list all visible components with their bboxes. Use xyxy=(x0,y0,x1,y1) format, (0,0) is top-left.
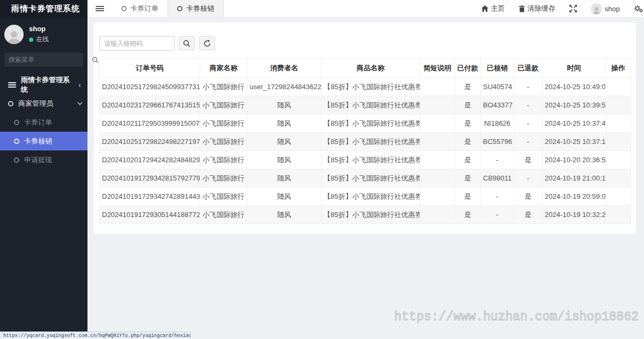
sidebar-item-withdraw[interactable]: 申请提现 xyxy=(0,150,87,169)
refresh-button[interactable] xyxy=(199,36,215,51)
table-header-cell: 简短说明 xyxy=(420,59,455,78)
table-cell: 小飞国际旅行 xyxy=(200,206,247,224)
avatar xyxy=(4,25,24,44)
hamburger-menu-button[interactable] xyxy=(87,0,112,17)
table-cell: D202410251729824509937731 xyxy=(100,78,200,96)
table-cell: 【85折】小飞国际旅行社优惠券 xyxy=(321,151,420,169)
table-cell: NI18626 xyxy=(481,114,514,133)
table-cell: 【85折】小飞国际旅行社优惠券 xyxy=(321,96,420,114)
sidebar-item-system[interactable]: 雨情卡券管理系统 ‹ xyxy=(0,75,87,94)
online-status-label: 在线 xyxy=(36,35,49,44)
app-brand: 雨情卡券管理系统 xyxy=(0,0,87,18)
table-cell: 2024-10-19 20:59:02 xyxy=(543,187,606,206)
home-link[interactable]: 主页 xyxy=(474,0,512,17)
table-cell: - xyxy=(514,133,543,151)
sidebar-item-label: 卡券订单 xyxy=(24,118,52,127)
table-cell xyxy=(606,187,631,206)
table-cell xyxy=(606,133,631,151)
table-cell: D202410231729661767413515 xyxy=(100,96,200,114)
table-header-cell: 已退款 xyxy=(514,59,543,78)
table-row: D202410211729503999915007小飞国际旅行随风【85折】小飞… xyxy=(100,114,631,133)
table-cell: 随风 xyxy=(247,187,321,206)
fullscreen-button[interactable] xyxy=(562,0,584,17)
table-cell: D202410191729305144188772 xyxy=(100,206,200,224)
circle-icon xyxy=(177,6,182,11)
table-header-cell: 消费者名 xyxy=(247,59,321,78)
table-cell: 是 xyxy=(455,114,481,133)
tab-coupon-verify[interactable]: 卡券核销 xyxy=(167,0,224,17)
table-cell: 是 xyxy=(514,206,543,224)
table-cell: 是 xyxy=(514,151,543,169)
table-cell: BO43377 xyxy=(481,96,514,114)
table-row: D202410191729305144188772小飞国际旅行随风【85折】小飞… xyxy=(100,206,631,224)
sidebar-item-merchant-admin[interactable]: 商家管理员 xyxy=(0,94,87,113)
table-cell: 【85折】小飞国际旅行社优惠券 xyxy=(321,78,420,96)
table-cell xyxy=(606,151,631,169)
sidebar-user-name: shop xyxy=(29,24,49,33)
gears-icon xyxy=(634,5,643,13)
table-cell: D202410191729342815792779 xyxy=(100,169,200,187)
table-cell: 是 xyxy=(514,187,543,206)
orders-table: 订单号码商家名称消费者名商品名称简短说明已付款已核销已退款时间操作 D20241… xyxy=(99,58,631,224)
table-cell xyxy=(420,114,455,133)
table-cell: 2024-10-25 10:37:44 xyxy=(543,114,606,133)
table-header-row: 订单号码商家名称消费者名商品名称简短说明已付款已核销已退款时间操作 xyxy=(100,59,631,78)
clear-cache-label: 清除缓存 xyxy=(528,4,555,13)
verify-code-input[interactable] xyxy=(99,36,174,51)
table-cell: 小飞国际旅行 xyxy=(200,78,247,96)
clear-cache-button[interactable]: 清除缓存 xyxy=(512,0,562,17)
table-cell xyxy=(420,187,455,206)
refresh-icon xyxy=(203,40,211,47)
table-cell: 【85折】小飞国际旅行社优惠券 xyxy=(321,206,420,224)
table-cell: 是 xyxy=(455,169,481,187)
table-cell: - xyxy=(514,78,543,96)
top-navbar: 卡券订单 卡券核销 主页 清除缓存 xyxy=(87,0,644,18)
table-cell: 小飞国际旅行 xyxy=(200,96,247,114)
sidebar-menu: 雨情卡券管理系统 ‹ 商家管理员 卡券订单 卡券核销 申请提现 xyxy=(0,75,87,169)
sidebar-item-coupon-verify[interactable]: 卡券核销 xyxy=(0,132,87,150)
table-cell: 2024-10-25 10:49:00 xyxy=(543,78,606,96)
table-cell: SU40574 xyxy=(481,78,514,96)
table-cell: 是 xyxy=(455,96,481,114)
table-cell: - xyxy=(481,151,514,169)
tab-label: 卡券订单 xyxy=(130,4,158,13)
table-header-cell: 商家名称 xyxy=(200,59,247,78)
list-icon xyxy=(8,82,16,88)
table-cell: 小飞国际旅行 xyxy=(200,169,247,187)
sidebar-user-panel: shop 在线 xyxy=(0,18,87,49)
tab-label: 卡券核销 xyxy=(186,4,214,13)
circle-icon xyxy=(8,101,13,106)
table-cell: - xyxy=(514,114,543,133)
table-cell: 随风 xyxy=(247,151,321,169)
content-panel: 订单号码商家名称消费者名商品名称简短说明已付款已核销已退款时间操作 D20241… xyxy=(94,23,636,234)
sidebar-item-label: 商家管理员 xyxy=(18,99,53,109)
table-header-cell: 商品名称 xyxy=(321,59,420,78)
table-cell: 随风 xyxy=(247,96,321,114)
table-row: D202410251729822498227197小飞国际旅行随风【85折】小飞… xyxy=(100,133,631,151)
table-cell: 是 xyxy=(455,133,481,151)
user-menu-label: shop xyxy=(605,5,620,13)
table-header-cell: 时间 xyxy=(543,59,606,78)
settings-button[interactable] xyxy=(627,0,644,17)
sidebar-user-status: 在线 xyxy=(29,35,49,44)
table-cell: D202410191729342742891443 xyxy=(100,187,200,206)
browser-status-bar: https://yqcard.yuqingsoft.com.cn/hqPWQRi… xyxy=(0,331,191,339)
sidebar-item-coupon-orders[interactable]: 卡券订单 xyxy=(0,113,87,132)
circle-icon xyxy=(121,6,127,11)
table-row: D202410251729824509937731小飞国际旅行user_1729… xyxy=(100,78,631,96)
table-cell: 是 xyxy=(455,78,481,96)
sidebar: 雨情卡券管理系统 shop 在线 雨情卡券管理系统 ‹ xyxy=(0,0,87,339)
table-cell: D202410211729503999915007 xyxy=(100,114,200,133)
table-body: D202410251729824509937731小飞国际旅行user_1729… xyxy=(100,78,631,224)
search-button[interactable] xyxy=(179,36,195,51)
sidebar-search-input[interactable] xyxy=(9,56,92,63)
search-icon xyxy=(92,56,99,63)
table-cell: - xyxy=(481,206,514,224)
user-menu[interactable]: shop xyxy=(584,0,627,17)
tab-coupon-orders[interactable]: 卡券订单 xyxy=(112,0,167,17)
avatar xyxy=(591,3,602,15)
table-cell: 【85折】小飞国际旅行社优惠券 xyxy=(321,187,420,206)
table-cell xyxy=(606,114,631,133)
table-cell: 2024-10-19 10:32:24 xyxy=(543,206,606,224)
person-icon xyxy=(592,6,601,15)
